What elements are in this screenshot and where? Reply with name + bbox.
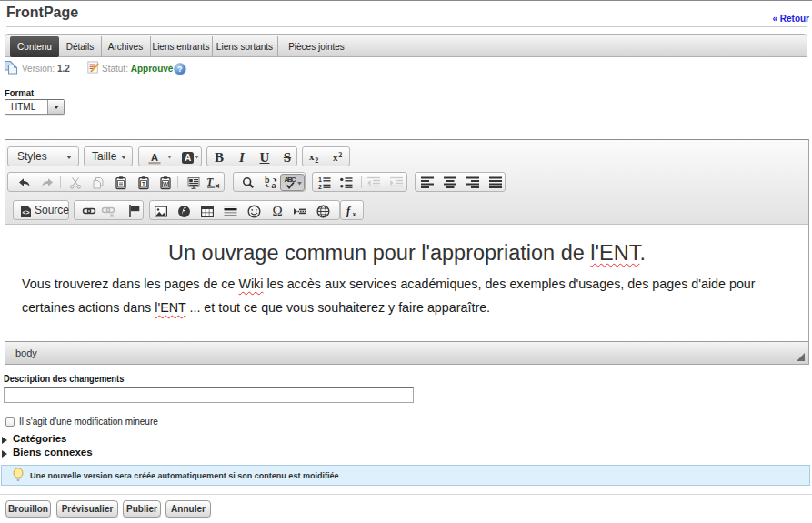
svg-text:A: A bbox=[151, 151, 158, 162]
svg-text:ABC: ABC bbox=[285, 176, 297, 184]
svg-text:T: T bbox=[142, 181, 145, 187]
svg-text:T: T bbox=[206, 176, 214, 188]
svg-text:2: 2 bbox=[338, 151, 342, 159]
svg-text:2: 2 bbox=[318, 184, 322, 190]
svg-text:?: ? bbox=[177, 65, 182, 74]
svg-text:A: A bbox=[184, 153, 190, 163]
svg-text:f: f bbox=[346, 205, 351, 217]
svg-text:x: x bbox=[352, 210, 356, 218]
svg-text:<>: <> bbox=[22, 209, 29, 216]
svg-text:a: a bbox=[272, 181, 277, 190]
svg-text:W: W bbox=[163, 181, 169, 187]
svg-text:1: 1 bbox=[318, 176, 322, 183]
svg-text:x: x bbox=[333, 152, 338, 163]
svg-text:b: b bbox=[265, 176, 270, 185]
svg-text:x: x bbox=[309, 151, 315, 162]
svg-text:2: 2 bbox=[315, 156, 318, 164]
